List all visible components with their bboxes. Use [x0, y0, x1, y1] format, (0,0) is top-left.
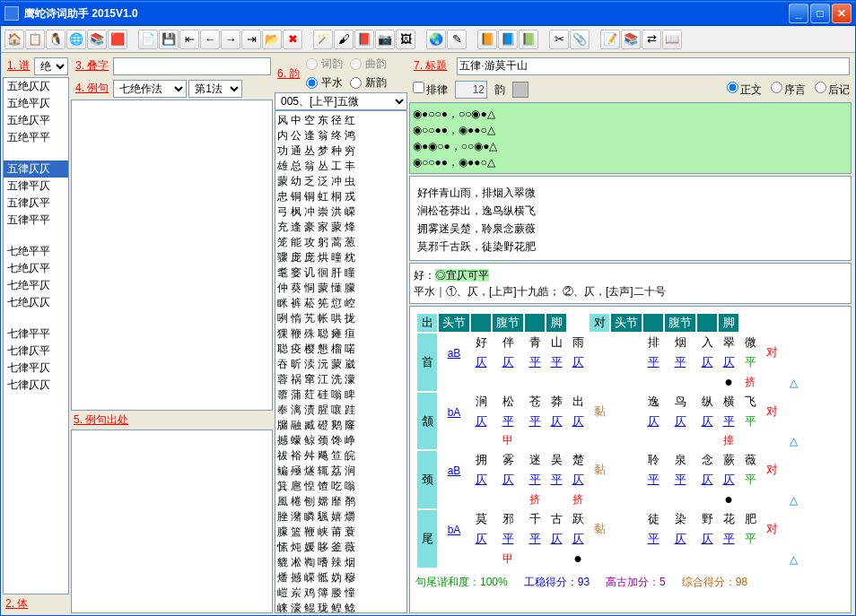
num-input: [455, 81, 487, 99]
minimize-button[interactable]: _: [789, 4, 808, 23]
tool4-icon[interactable]: 📚: [621, 30, 641, 49]
qq-icon[interactable]: 🐧: [46, 30, 66, 49]
app-icon: [4, 6, 19, 21]
pailu-check[interactable]: 排律: [411, 82, 448, 98]
list-item[interactable]: 七律平仄: [4, 360, 68, 377]
title-input[interactable]: [457, 57, 850, 75]
list-item[interactable]: 七绝仄仄: [4, 294, 68, 311]
home-icon[interactable]: 🏠: [4, 30, 24, 49]
list-item[interactable]: 五绝仄平: [4, 112, 68, 129]
book-icon[interactable]: 📕: [354, 30, 374, 49]
list-item[interactable]: 七绝平平: [4, 243, 68, 260]
source-area[interactable]: [71, 429, 273, 613]
note-icon[interactable]: 📋: [25, 30, 45, 49]
web-icon[interactable]: 🌏: [426, 30, 446, 49]
lib2-icon[interactable]: 📘: [498, 30, 518, 49]
wand-icon[interactable]: 🪄: [313, 30, 333, 49]
list-item[interactable]: 七绝仄平: [4, 260, 68, 277]
list-item[interactable]: 七律仄平: [4, 343, 68, 360]
maximize-button[interactable]: □: [810, 4, 830, 23]
label-5: 5. 例句出处: [71, 411, 273, 429]
save-icon[interactable]: 💾: [159, 30, 179, 49]
color-icon[interactable]: 🟥: [108, 30, 127, 49]
lib3-icon[interactable]: 📗: [519, 30, 538, 49]
sect-xy[interactable]: 序言: [769, 82, 806, 98]
method-select1[interactable]: 七绝作法: [113, 80, 187, 98]
label-1: 1. 谱: [4, 56, 32, 75]
open-icon[interactable]: 📂: [262, 30, 282, 49]
rhyme-chars[interactable]: 风中空东径红 内公逢翁终鸿 功通丛梦种穷 雄总翁丛工丰 蒙幼乏泛冲虫 忠铜铜虹桐…: [275, 110, 407, 613]
brush-icon[interactable]: 🖌: [334, 30, 354, 49]
tool5-icon[interactable]: ⇄: [642, 30, 661, 49]
rhyme-qu[interactable]: 曲韵: [348, 56, 387, 72]
analysis-box[interactable]: 出头节腹节脚对头节腹节脚首aB好伴青山雨排烟入翠微对仄仄平平仄平平仄仄平●挤△颔…: [409, 306, 852, 613]
list-item[interactable]: 五律平平: [4, 212, 68, 229]
list-item[interactable]: 五律平仄: [4, 178, 68, 195]
doc-icon[interactable]: 📄: [138, 30, 158, 49]
list-item[interactable]: 七律仄仄: [4, 377, 68, 394]
tool6-icon[interactable]: 📖: [662, 30, 682, 49]
lib1-icon[interactable]: 📙: [477, 30, 497, 49]
label-4: 4. 例句: [73, 79, 111, 98]
list-item[interactable]: 五绝平仄: [4, 95, 68, 112]
window-title: 鹰蛇诗词助手 2015V1.0: [24, 6, 138, 22]
list-item[interactable]: 五绝平平: [4, 129, 68, 146]
tool3-icon[interactable]: 📝: [600, 30, 620, 49]
list-item[interactable]: 五律仄平: [4, 195, 68, 212]
sect-zw[interactable]: 正文: [725, 82, 762, 98]
globe-icon[interactable]: 🌐: [66, 30, 86, 49]
delete-icon[interactable]: ✖: [283, 30, 302, 49]
edit-icon[interactable]: ✎: [447, 30, 467, 49]
check-box: 好：◎宜仄可平 平水｜①、仄，[上声]十九皓； ②、仄，[去声]二十号: [409, 263, 852, 304]
pattern-list[interactable]: 五绝仄仄五绝平仄五绝仄平五绝平平 五律仄仄五律平仄五律仄平五律平平 七绝平平七绝…: [3, 77, 69, 594]
label-6: 6. 韵: [275, 65, 302, 83]
list-item[interactable]: 五绝仄仄: [4, 78, 68, 95]
camera-icon[interactable]: 📷: [375, 30, 395, 49]
preview-icon[interactable]: 🖼: [396, 30, 415, 49]
yun-label: 韵: [494, 82, 505, 98]
books-icon[interactable]: 📚: [87, 30, 107, 49]
list-item[interactable]: 七绝平仄: [4, 277, 68, 294]
poem-text[interactable]: 好伴青山雨，排烟入翠微涧松苍莽出，逸鸟纵横飞 拥雾迷吴楚，聆泉念蕨薇莫邪千古跃，…: [409, 176, 852, 261]
rhyme-ping[interactable]: 平水: [304, 75, 343, 91]
nav-first-icon[interactable]: ⇤: [179, 30, 199, 49]
list-item: [4, 146, 68, 161]
pu-select[interactable]: 绝1: [34, 57, 68, 75]
example-area[interactable]: [71, 100, 273, 411]
list-item: [4, 229, 68, 243]
sect-hj[interactable]: 后记: [813, 82, 850, 98]
rhyme-xin[interactable]: 新韵: [348, 75, 387, 91]
nav-last-icon[interactable]: ⇥: [241, 30, 261, 49]
titlebar: 鹰蛇诗词助手 2015V1.0 _ □ ✕: [1, 1, 855, 26]
list-item[interactable]: 七律平平: [4, 325, 68, 343]
grey-button[interactable]: [512, 82, 528, 98]
tool1-icon[interactable]: ✂: [549, 30, 569, 49]
pattern-box: ◉●○○●，○○◉●△ ◉○○●●，◉●●○△ ◉●◉○●，○○◉●△ ◉○○●…: [409, 102, 852, 174]
rhyme-ci[interactable]: 词韵: [304, 56, 343, 72]
tool2-icon[interactable]: 📎: [570, 30, 590, 49]
label-7: 7. 标题: [411, 56, 450, 75]
list-item[interactable]: 五律仄仄: [4, 161, 68, 178]
nav-next-icon[interactable]: →: [221, 30, 240, 49]
list-item: [4, 311, 68, 325]
method-select2[interactable]: 第1法: [188, 80, 242, 98]
label-2: 2. 体: [3, 594, 69, 613]
diezi-input[interactable]: [113, 57, 271, 75]
label-3: 3. 叠字: [73, 56, 111, 75]
close-button[interactable]: ✕: [832, 4, 852, 23]
toolbar: 🏠 📋 🐧 🌐 📚 🟥 📄 💾 ⇤ ← → ⇥ 📂 ✖ 🪄 🖌 📕 📷 🖼 🌏 …: [1, 26, 855, 53]
rhyme-dropdown[interactable]: 005、[上平]五微: [275, 92, 407, 110]
nav-prev-icon[interactable]: ←: [200, 30, 220, 49]
